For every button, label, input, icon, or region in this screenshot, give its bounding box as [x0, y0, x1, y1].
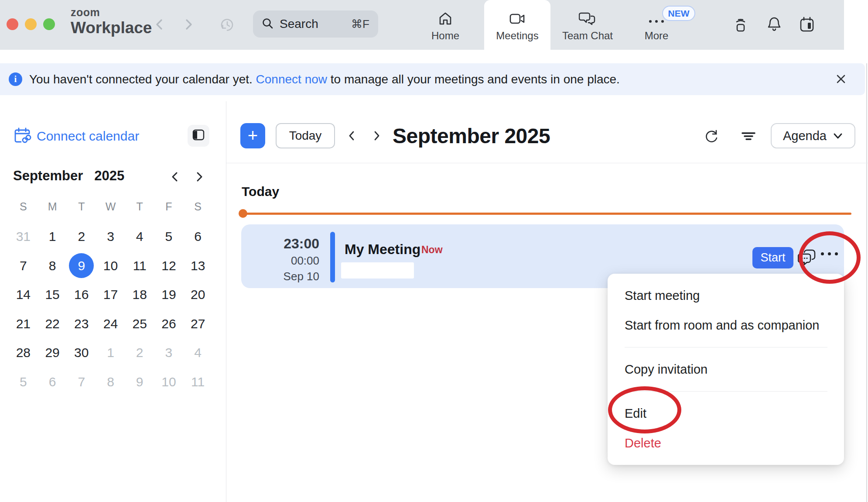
collapse-panel-button[interactable]: [188, 125, 209, 147]
tab-meetings[interactable]: Meetings: [484, 0, 550, 50]
calendar-day[interactable]: 7: [67, 368, 96, 397]
calendar-day[interactable]: 7: [9, 251, 38, 281]
calendar-day[interactable]: 18: [125, 280, 154, 309]
mini-calendar-year: 2025: [94, 168, 124, 184]
chevron-down-icon: [833, 129, 843, 143]
mini-calendar-day-headers: SMTWTFS: [9, 194, 212, 219]
meeting-end-date: Sep 10: [244, 270, 319, 283]
calendar-day[interactable]: 6: [183, 222, 212, 251]
menu-item-edit[interactable]: Edit: [608, 399, 844, 428]
calendar-day[interactable]: 9: [125, 368, 154, 397]
calendar-day[interactable]: 19: [154, 280, 184, 309]
day-header: F: [154, 194, 184, 219]
calendar-day[interactable]: 8: [38, 251, 67, 281]
calendar-day[interactable]: 27: [183, 309, 212, 339]
connect-now-link[interactable]: Connect now: [256, 72, 327, 86]
maximize-window-button[interactable]: [43, 18, 55, 30]
menu-item-start-from-room-and-as-companion[interactable]: Start from room and as companion: [608, 310, 844, 340]
calendar-day[interactable]: 4: [183, 338, 212, 368]
calendar-day[interactable]: 29: [38, 338, 67, 368]
day-header: T: [67, 194, 96, 219]
calendar-day[interactable]: 1: [96, 338, 125, 368]
connect-device-icon[interactable]: [732, 16, 749, 35]
close-window-button[interactable]: [7, 18, 18, 30]
calendar-day[interactable]: 30: [67, 338, 96, 368]
calendar-link-icon: [13, 126, 31, 147]
meeting-context-menu: Start meetingStart from room and as comp…: [608, 274, 844, 465]
sidebar-divider: [226, 101, 226, 502]
calendar-day[interactable]: 21: [9, 309, 38, 339]
tab-team-chat-label: Team Chat: [562, 30, 613, 42]
current-time-line: [243, 213, 851, 215]
calendar-day[interactable]: 31: [9, 222, 38, 251]
calendar-day[interactable]: 14: [9, 280, 38, 309]
calendar-day[interactable]: 24: [96, 309, 125, 339]
calendar-day[interactable]: 26: [154, 309, 184, 339]
calendar-day[interactable]: 3: [96, 222, 125, 251]
calendar-day[interactable]: 17: [96, 280, 125, 309]
calendar-day[interactable]: 10: [154, 368, 184, 397]
view-selector-dropdown[interactable]: Agenda: [771, 123, 855, 148]
calendar-day-selected[interactable]: 9: [67, 251, 96, 281]
panel-layout-icon: [191, 128, 205, 144]
meetings-icon: [509, 10, 526, 27]
calendar-day[interactable]: 28: [9, 338, 38, 368]
calendar-day[interactable]: 20: [183, 280, 212, 309]
calendar-day[interactable]: 12: [154, 251, 184, 281]
today-section-label: Today: [242, 184, 279, 199]
ai-companion-icon[interactable]: [798, 248, 817, 268]
calendar-day[interactable]: 25: [125, 309, 154, 339]
tab-home[interactable]: Home: [413, 0, 478, 50]
calendar-day[interactable]: 3: [154, 338, 184, 368]
tab-team-chat[interactable]: Team Chat: [555, 0, 620, 50]
calendar-day[interactable]: 4: [125, 222, 154, 251]
day-header: T: [125, 194, 154, 219]
history-icon[interactable]: [219, 17, 236, 35]
calendar-day[interactable]: 23: [67, 309, 96, 339]
calendar-day[interactable]: 11: [125, 251, 154, 281]
meeting-time-block: 23:00 00:00 Sep 10: [244, 236, 319, 283]
mini-calendar-next-icon[interactable]: [193, 170, 206, 186]
meeting-status-badge: Now: [421, 244, 443, 256]
title-bar: zoom Workplace Search ⌘F: [0, 0, 844, 50]
connect-calendar-link[interactable]: Connect calendar: [13, 126, 139, 147]
menu-item-start-meeting[interactable]: Start meeting: [608, 281, 844, 310]
calendar-icon[interactable]: [798, 16, 816, 35]
calendar-day[interactable]: 13: [183, 251, 212, 281]
calendar-day[interactable]: 6: [38, 368, 67, 397]
prev-period-icon[interactable]: [346, 129, 358, 144]
header-divider: [226, 163, 868, 163]
back-icon[interactable]: [153, 17, 167, 34]
calendar-day[interactable]: 10: [96, 251, 125, 281]
filter-icon[interactable]: [741, 128, 756, 145]
meeting-more-options-icon[interactable]: [821, 252, 838, 255]
start-meeting-button[interactable]: Start: [752, 247, 793, 268]
menu-item-copy-invitation[interactable]: Copy invitation: [608, 354, 844, 384]
calendar-day[interactable]: 5: [9, 368, 38, 397]
team-chat-icon: [579, 10, 596, 27]
next-period-icon[interactable]: [371, 129, 382, 144]
today-button[interactable]: Today: [276, 123, 335, 148]
refresh-icon[interactable]: [704, 128, 719, 145]
connect-calendar-banner: i You haven't connected your calendar ye…: [0, 63, 865, 95]
menu-item-delete[interactable]: Delete: [608, 428, 844, 458]
notifications-bell-icon[interactable]: [766, 16, 783, 35]
connect-calendar-label: Connect calendar: [37, 129, 139, 144]
calendar-day[interactable]: 16: [67, 280, 96, 309]
calendar-day[interactable]: 1: [38, 222, 67, 251]
window-right-edge: [866, 63, 867, 502]
minimize-window-button[interactable]: [25, 18, 37, 30]
calendar-day[interactable]: 11: [183, 368, 212, 397]
add-meeting-button[interactable]: +: [240, 123, 265, 148]
calendar-day[interactable]: 15: [38, 280, 67, 309]
banner-close-icon[interactable]: [834, 72, 847, 87]
banner-text-after: to manage all your meetings and events i…: [331, 72, 620, 86]
forward-icon[interactable]: [181, 17, 195, 34]
calendar-day[interactable]: 5: [154, 222, 184, 251]
search-input[interactable]: Search ⌘F: [253, 10, 378, 38]
calendar-day[interactable]: 8: [96, 368, 125, 397]
calendar-day[interactable]: 2: [125, 338, 154, 368]
calendar-day[interactable]: 22: [38, 309, 67, 339]
mini-calendar-prev-icon[interactable]: [168, 170, 181, 186]
calendar-day[interactable]: 2: [67, 222, 96, 251]
